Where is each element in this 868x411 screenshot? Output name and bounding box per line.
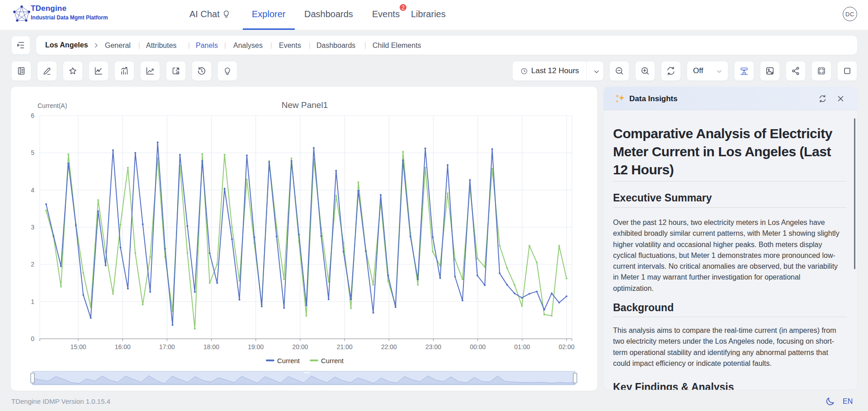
- svg-text:5: 5: [31, 149, 34, 156]
- svg-text:6: 6: [31, 112, 34, 119]
- svg-text:4: 4: [31, 187, 34, 194]
- svg-text:0: 0: [31, 335, 34, 342]
- svg-text:16:00: 16:00: [115, 343, 131, 350]
- svg-text:17:00: 17:00: [159, 343, 175, 350]
- svg-text:1: 1: [31, 298, 34, 305]
- svg-text:20:00: 20:00: [292, 343, 308, 350]
- svg-text:2: 2: [31, 261, 34, 268]
- svg-text:New Panel1: New Panel1: [282, 100, 328, 110]
- svg-text:23:00: 23:00: [425, 343, 441, 350]
- svg-text:18:00: 18:00: [203, 343, 219, 350]
- svg-text:Current: Current: [277, 357, 300, 364]
- svg-text:Current(A): Current(A): [38, 102, 67, 109]
- svg-text:15:00: 15:00: [70, 343, 86, 350]
- svg-text:00:00: 00:00: [470, 343, 486, 350]
- svg-text:19:00: 19:00: [248, 343, 264, 350]
- svg-text:22:00: 22:00: [381, 343, 397, 350]
- svg-text:01:00: 01:00: [514, 343, 530, 350]
- svg-text:21:00: 21:00: [337, 343, 353, 350]
- svg-text:Current: Current: [321, 357, 344, 364]
- svg-text:02:00: 02:00: [559, 343, 575, 350]
- svg-text:3: 3: [31, 224, 34, 231]
